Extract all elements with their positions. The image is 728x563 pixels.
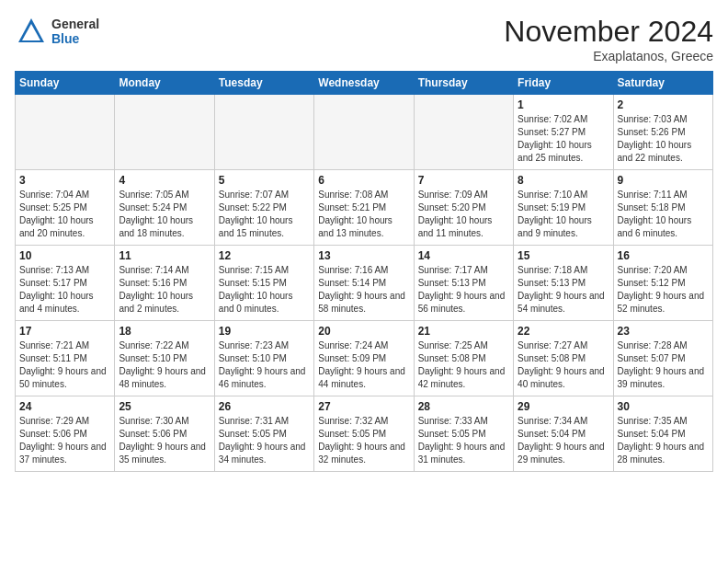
calendar-cell bbox=[214, 95, 313, 170]
day-info: Sunrise: 7:07 AM Sunset: 5:22 PM Dayligh… bbox=[219, 189, 310, 240]
day-number: 10 bbox=[19, 249, 110, 262]
logo-general: General bbox=[51, 17, 99, 31]
calendar-cell bbox=[414, 95, 513, 170]
calendar-cell: 29Sunrise: 7:34 AM Sunset: 5:04 PM Dayli… bbox=[514, 396, 613, 472]
day-info: Sunrise: 7:15 AM Sunset: 5:15 PM Dayligh… bbox=[219, 264, 310, 316]
weekday-header: Tuesday bbox=[214, 72, 313, 95]
day-number: 16 bbox=[618, 249, 709, 262]
day-number: 30 bbox=[618, 400, 709, 413]
day-number: 27 bbox=[318, 400, 409, 413]
day-number: 19 bbox=[219, 325, 310, 338]
calendar-cell: 18Sunrise: 7:22 AM Sunset: 5:10 PM Dayli… bbox=[115, 321, 214, 396]
day-info: Sunrise: 7:32 AM Sunset: 5:05 PM Dayligh… bbox=[318, 415, 409, 466]
day-number: 15 bbox=[518, 249, 609, 262]
logo-icon bbox=[15, 15, 48, 48]
month-title: November 2024 bbox=[504, 15, 713, 49]
day-info: Sunrise: 7:33 AM Sunset: 5:05 PM Dayligh… bbox=[418, 415, 509, 466]
calendar-cell bbox=[16, 95, 115, 170]
day-number: 12 bbox=[219, 249, 310, 262]
day-info: Sunrise: 7:04 AM Sunset: 5:25 PM Dayligh… bbox=[19, 189, 110, 240]
day-number: 14 bbox=[418, 249, 509, 262]
day-info: Sunrise: 7:11 AM Sunset: 5:18 PM Dayligh… bbox=[618, 189, 709, 240]
logo-text: General Blue bbox=[51, 17, 99, 46]
calendar-cell: 8Sunrise: 7:10 AM Sunset: 5:19 PM Daylig… bbox=[514, 170, 613, 246]
day-info: Sunrise: 7:35 AM Sunset: 5:04 PM Dayligh… bbox=[618, 415, 709, 466]
day-number: 7 bbox=[418, 174, 509, 187]
weekday-header: Wednesday bbox=[314, 72, 414, 95]
day-number: 25 bbox=[119, 400, 210, 413]
day-number: 13 bbox=[318, 249, 409, 262]
day-number: 23 bbox=[618, 325, 709, 338]
calendar-cell: 17Sunrise: 7:21 AM Sunset: 5:11 PM Dayli… bbox=[16, 321, 115, 396]
title-area: November 2024 Exaplatanos, Greece bbox=[504, 15, 713, 63]
weekday-header: Saturday bbox=[613, 72, 712, 95]
weekday-header: Thursday bbox=[414, 72, 513, 95]
day-number: 26 bbox=[219, 400, 310, 413]
weekday-header: Friday bbox=[514, 72, 613, 95]
calendar-cell: 28Sunrise: 7:33 AM Sunset: 5:05 PM Dayli… bbox=[414, 396, 513, 472]
day-info: Sunrise: 7:22 AM Sunset: 5:10 PM Dayligh… bbox=[119, 339, 210, 391]
calendar-header-row: SundayMondayTuesdayWednesdayThursdayFrid… bbox=[16, 72, 713, 95]
calendar-table: SundayMondayTuesdayWednesdayThursdayFrid… bbox=[15, 71, 713, 472]
day-info: Sunrise: 7:20 AM Sunset: 5:12 PM Dayligh… bbox=[618, 264, 709, 316]
logo-svg bbox=[15, 15, 48, 48]
calendar-cell: 9Sunrise: 7:11 AM Sunset: 5:18 PM Daylig… bbox=[613, 170, 712, 246]
day-info: Sunrise: 7:09 AM Sunset: 5:20 PM Dayligh… bbox=[418, 189, 509, 240]
day-number: 11 bbox=[119, 249, 210, 262]
day-info: Sunrise: 7:23 AM Sunset: 5:10 PM Dayligh… bbox=[219, 339, 310, 391]
calendar-week-row: 1Sunrise: 7:02 AM Sunset: 5:27 PM Daylig… bbox=[16, 95, 713, 170]
calendar-week-row: 24Sunrise: 7:29 AM Sunset: 5:06 PM Dayli… bbox=[16, 396, 713, 472]
calendar-cell: 12Sunrise: 7:15 AM Sunset: 5:15 PM Dayli… bbox=[214, 246, 313, 321]
day-number: 6 bbox=[318, 174, 409, 187]
calendar-cell: 10Sunrise: 7:13 AM Sunset: 5:17 PM Dayli… bbox=[16, 246, 115, 321]
calendar-cell: 1Sunrise: 7:02 AM Sunset: 5:27 PM Daylig… bbox=[514, 95, 613, 170]
calendar-cell: 13Sunrise: 7:16 AM Sunset: 5:14 PM Dayli… bbox=[314, 246, 414, 321]
day-number: 9 bbox=[618, 174, 709, 187]
calendar-cell: 16Sunrise: 7:20 AM Sunset: 5:12 PM Dayli… bbox=[613, 246, 712, 321]
calendar-cell bbox=[115, 95, 214, 170]
page: General Blue November 2024 Exaplatanos, … bbox=[0, 0, 728, 479]
day-info: Sunrise: 7:25 AM Sunset: 5:08 PM Dayligh… bbox=[418, 339, 509, 391]
calendar-cell: 5Sunrise: 7:07 AM Sunset: 5:22 PM Daylig… bbox=[214, 170, 313, 246]
weekday-header: Sunday bbox=[16, 72, 115, 95]
day-number: 1 bbox=[518, 98, 609, 111]
calendar-cell: 19Sunrise: 7:23 AM Sunset: 5:10 PM Dayli… bbox=[214, 321, 313, 396]
day-info: Sunrise: 7:10 AM Sunset: 5:19 PM Dayligh… bbox=[518, 189, 609, 240]
calendar-cell bbox=[314, 95, 414, 170]
logo: General Blue bbox=[15, 15, 99, 48]
day-number: 2 bbox=[618, 98, 709, 111]
calendar-cell: 4Sunrise: 7:05 AM Sunset: 5:24 PM Daylig… bbox=[115, 170, 214, 246]
day-info: Sunrise: 7:28 AM Sunset: 5:07 PM Dayligh… bbox=[618, 339, 709, 391]
calendar-week-row: 3Sunrise: 7:04 AM Sunset: 5:25 PM Daylig… bbox=[16, 170, 713, 246]
calendar-cell: 27Sunrise: 7:32 AM Sunset: 5:05 PM Dayli… bbox=[314, 396, 414, 472]
day-info: Sunrise: 7:21 AM Sunset: 5:11 PM Dayligh… bbox=[19, 339, 110, 391]
day-number: 3 bbox=[19, 174, 110, 187]
day-number: 17 bbox=[19, 325, 110, 338]
day-info: Sunrise: 7:17 AM Sunset: 5:13 PM Dayligh… bbox=[418, 264, 509, 316]
day-number: 22 bbox=[518, 325, 609, 338]
calendar-cell: 25Sunrise: 7:30 AM Sunset: 5:06 PM Dayli… bbox=[115, 396, 214, 472]
calendar-cell: 23Sunrise: 7:28 AM Sunset: 5:07 PM Dayli… bbox=[613, 321, 712, 396]
day-info: Sunrise: 7:34 AM Sunset: 5:04 PM Dayligh… bbox=[518, 415, 609, 466]
calendar-cell: 7Sunrise: 7:09 AM Sunset: 5:20 PM Daylig… bbox=[414, 170, 513, 246]
day-info: Sunrise: 7:13 AM Sunset: 5:17 PM Dayligh… bbox=[19, 264, 110, 316]
location: Exaplatanos, Greece bbox=[504, 49, 713, 63]
logo-blue: Blue bbox=[51, 31, 99, 46]
day-info: Sunrise: 7:05 AM Sunset: 5:24 PM Dayligh… bbox=[119, 189, 210, 240]
calendar-cell: 20Sunrise: 7:24 AM Sunset: 5:09 PM Dayli… bbox=[314, 321, 414, 396]
day-number: 5 bbox=[219, 174, 310, 187]
day-number: 4 bbox=[119, 174, 210, 187]
calendar-cell: 30Sunrise: 7:35 AM Sunset: 5:04 PM Dayli… bbox=[613, 396, 712, 472]
day-info: Sunrise: 7:18 AM Sunset: 5:13 PM Dayligh… bbox=[518, 264, 609, 316]
day-info: Sunrise: 7:03 AM Sunset: 5:26 PM Dayligh… bbox=[618, 113, 709, 165]
day-info: Sunrise: 7:27 AM Sunset: 5:08 PM Dayligh… bbox=[518, 339, 609, 391]
calendar-cell: 6Sunrise: 7:08 AM Sunset: 5:21 PM Daylig… bbox=[314, 170, 414, 246]
calendar-cell: 2Sunrise: 7:03 AM Sunset: 5:26 PM Daylig… bbox=[613, 95, 712, 170]
day-number: 29 bbox=[518, 400, 609, 413]
day-info: Sunrise: 7:30 AM Sunset: 5:06 PM Dayligh… bbox=[119, 415, 210, 466]
day-info: Sunrise: 7:14 AM Sunset: 5:16 PM Dayligh… bbox=[119, 264, 210, 316]
day-info: Sunrise: 7:29 AM Sunset: 5:06 PM Dayligh… bbox=[19, 415, 110, 466]
calendar-cell: 22Sunrise: 7:27 AM Sunset: 5:08 PM Dayli… bbox=[514, 321, 613, 396]
day-number: 8 bbox=[518, 174, 609, 187]
day-number: 21 bbox=[418, 325, 509, 338]
